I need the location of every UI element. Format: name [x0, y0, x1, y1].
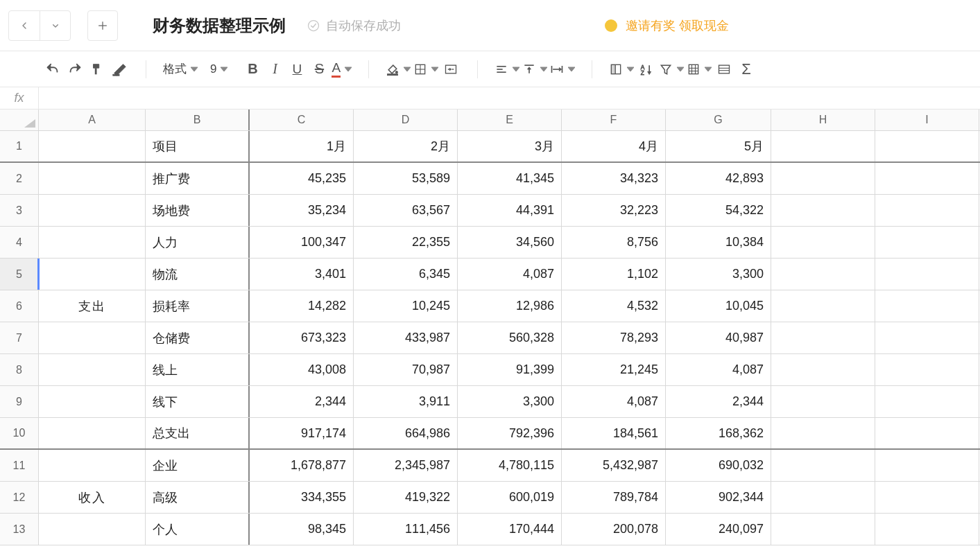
borders-button[interactable]	[412, 58, 440, 80]
clear-format-button[interactable]	[108, 58, 130, 80]
cell[interactable]: 43,008	[250, 354, 354, 385]
cell[interactable]: 91,399	[458, 354, 562, 385]
cell[interactable]	[771, 482, 875, 513]
category-cell[interactable]	[39, 514, 146, 545]
filter-button[interactable]	[657, 58, 685, 80]
cell[interactable]: 3,300	[458, 386, 562, 417]
category-cell[interactable]	[39, 354, 146, 387]
cell[interactable]	[875, 227, 979, 258]
cell[interactable]: 线上	[146, 354, 250, 385]
new-tab-button[interactable]	[87, 10, 118, 41]
cell[interactable]: 70,987	[354, 354, 458, 385]
cell[interactable]: 560,328	[458, 322, 562, 353]
merge-cells-button[interactable]	[440, 58, 462, 80]
format-dropdown[interactable]: 格式	[162, 58, 199, 80]
col-header[interactable]: A	[39, 110, 146, 130]
row-header[interactable]: 5	[0, 259, 39, 290]
col-header[interactable]: I	[875, 110, 979, 130]
cell[interactable]: 917,174	[250, 418, 354, 448]
cell[interactable]: 34,560	[458, 227, 562, 258]
category-cell[interactable]	[39, 450, 146, 482]
cell[interactable]: 1,678,877	[250, 450, 354, 481]
col-header[interactable]: D	[354, 110, 458, 130]
cell[interactable]: 433,987	[354, 322, 458, 353]
cell[interactable]	[875, 514, 979, 545]
cell[interactable]: 98,345	[250, 514, 354, 545]
redo-button[interactable]	[64, 58, 86, 80]
cell[interactable]	[875, 450, 979, 481]
category-cell[interactable]: 收入	[39, 482, 146, 514]
col-header[interactable]: E	[458, 110, 562, 130]
cell[interactable]	[771, 290, 875, 322]
h-align-button[interactable]	[493, 58, 521, 80]
cell[interactable]: 54,322	[666, 195, 771, 226]
cell[interactable]	[875, 290, 979, 322]
cell[interactable]: 45,235	[250, 163, 354, 194]
cell[interactable]	[875, 131, 979, 161]
format-painter-button[interactable]	[86, 58, 108, 80]
undo-button[interactable]	[42, 58, 64, 80]
cell[interactable]	[771, 259, 875, 290]
col-header[interactable]: F	[562, 110, 666, 130]
row-header[interactable]: 10	[0, 418, 39, 448]
back-button[interactable]	[9, 11, 40, 40]
cell[interactable]: 40,987	[666, 322, 771, 353]
row-header[interactable]: 2	[0, 163, 39, 194]
cell[interactable]	[875, 482, 979, 513]
cell[interactable]: 损耗率	[146, 290, 250, 322]
category-cell[interactable]	[39, 322, 146, 355]
cell[interactable]: 184,561	[562, 418, 666, 448]
cell[interactable]: 12,986	[458, 290, 562, 322]
cell[interactable]: 人力	[146, 227, 250, 258]
cell[interactable]: 10,384	[666, 227, 771, 258]
fill-color-button[interactable]	[384, 58, 412, 80]
cell[interactable]	[771, 354, 875, 385]
row-header[interactable]: 8	[0, 354, 39, 385]
cell[interactable]: 600,019	[458, 482, 562, 513]
category-cell[interactable]	[39, 195, 146, 227]
cell[interactable]: 100,347	[250, 227, 354, 258]
cell[interactable]: 32,223	[562, 195, 666, 226]
cell[interactable]: 4,087	[458, 259, 562, 290]
insert-button[interactable]	[685, 58, 713, 80]
cell[interactable]: 111,456	[354, 514, 458, 545]
col-header[interactable]: C	[250, 110, 354, 130]
font-size-dropdown[interactable]: 9	[209, 58, 229, 80]
cell[interactable]: 线下	[146, 386, 250, 417]
formula-input[interactable]	[39, 87, 980, 109]
cell[interactable]: 3,401	[250, 259, 354, 290]
cell[interactable]	[771, 450, 875, 481]
underline-button[interactable]: U	[286, 58, 308, 80]
row-header[interactable]: 4	[0, 227, 39, 258]
cell[interactable]: 664,986	[354, 418, 458, 448]
text-wrap-button[interactable]	[549, 58, 576, 80]
row-header[interactable]: 6	[0, 290, 39, 322]
col-header[interactable]: H	[771, 110, 875, 130]
row-header[interactable]: 12	[0, 482, 39, 513]
cell[interactable]: 673,323	[250, 322, 354, 353]
cell[interactable]: 仓储费	[146, 322, 250, 353]
cell[interactable]: 个人	[146, 514, 250, 545]
cell[interactable]: 推广费	[146, 163, 250, 194]
cell[interactable]: 物流	[146, 259, 250, 290]
cell[interactable]: 6,345	[354, 259, 458, 290]
cell[interactable]	[875, 386, 979, 417]
cell[interactable]	[771, 227, 875, 258]
cell[interactable]: 334,355	[250, 482, 354, 513]
cell[interactable]: 4,780,115	[458, 450, 562, 481]
cell[interactable]: 3,300	[666, 259, 771, 290]
cell[interactable]: 场地费	[146, 195, 250, 226]
cell[interactable]: 902,344	[666, 482, 771, 513]
cell[interactable]: 企业	[146, 450, 250, 481]
category-cell[interactable]	[39, 259, 146, 291]
autosum-button[interactable]: Σ	[735, 58, 757, 80]
row-header[interactable]: 11	[0, 450, 39, 481]
row-header[interactable]: 9	[0, 386, 39, 417]
cell[interactable]: 44,391	[458, 195, 562, 226]
cell[interactable]: 14,282	[250, 290, 354, 322]
cell[interactable]	[875, 259, 979, 290]
cell[interactable]: 3,911	[354, 386, 458, 417]
category-cell[interactable]	[39, 163, 146, 195]
row-header[interactable]: 13	[0, 514, 39, 545]
v-align-button[interactable]	[521, 58, 549, 80]
